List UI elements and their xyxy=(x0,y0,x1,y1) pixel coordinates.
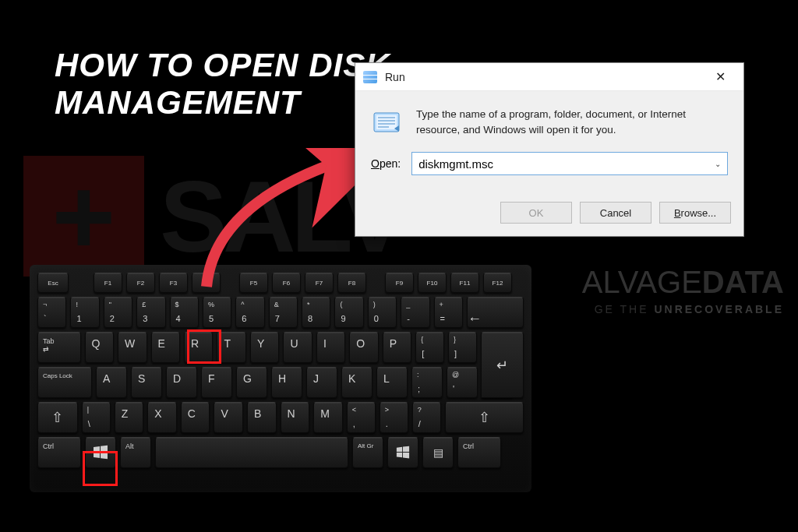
run-description: Type the name of a program, folder, docu… xyxy=(416,107,728,138)
watermark-tag-b: UNRECOVERABLE xyxy=(654,303,784,315)
key-f12[interactable]: F12 xyxy=(483,273,512,293)
key-m[interactable]: M xyxy=(313,402,343,433)
close-button[interactable]: ✕ xyxy=(703,63,737,90)
ok-button[interactable]: OK xyxy=(500,202,572,224)
plus-icon: + xyxy=(23,156,144,277)
key-p[interactable]: P xyxy=(383,332,411,363)
run-titlebar[interactable]: Run ✕ xyxy=(355,63,743,91)
key-ctrl-right[interactable]: Ctrl xyxy=(457,437,501,468)
key-g[interactable]: G xyxy=(236,367,267,398)
key-space[interactable] xyxy=(155,437,348,468)
key-f7[interactable]: F7 xyxy=(305,273,334,293)
key-num-0[interactable]: ¬` xyxy=(37,297,66,328)
number-row: ¬`!1"2£3$4%5^6&7*8(9)0_-+=← xyxy=(37,297,524,328)
key-r[interactable]: R xyxy=(184,332,213,363)
key-num-6[interactable]: ^6 xyxy=(235,297,264,328)
key-h[interactable]: H xyxy=(271,367,302,398)
key-num-5[interactable]: %5 xyxy=(203,297,231,328)
key-altgr[interactable]: Alt Gr xyxy=(352,437,383,468)
key-f8[interactable]: F8 xyxy=(337,273,366,293)
key-f11[interactable]: F11 xyxy=(450,273,479,293)
key-num-10[interactable]: )0 xyxy=(368,297,397,328)
key-windows[interactable] xyxy=(85,437,116,468)
key-z[interactable]: Z xyxy=(115,402,144,433)
key-num-7[interactable]: &7 xyxy=(269,297,298,328)
key-w[interactable]: W xyxy=(118,332,147,363)
key-o[interactable]: O xyxy=(349,332,378,363)
key-num-11[interactable]: _- xyxy=(401,297,429,328)
key-n[interactable]: N xyxy=(281,402,310,433)
key-shift-left[interactable]: ⇧ xyxy=(37,402,78,433)
key-num-8[interactable]: *8 xyxy=(302,297,330,328)
run-dialog: Run ✕ Type the name of a program, folder… xyxy=(355,62,744,237)
key-num-9[interactable]: (9 xyxy=(334,297,363,328)
browse-button[interactable]: Browse... xyxy=(659,202,731,224)
key-f2[interactable]: F2 xyxy=(126,273,155,293)
function-key-row: Esc F1 F2 F3 F4 F5 F6 F7 F8 F9 F10 F11 F… xyxy=(37,273,524,293)
key-backslash[interactable]: |\ xyxy=(82,402,111,433)
watermark-brand: ALVAGEDATA GE THE UNRECOVERABLE xyxy=(582,265,784,315)
key-i[interactable]: I xyxy=(316,332,345,363)
key-v[interactable]: V xyxy=(214,402,243,433)
qwerty-row: Tab⇄ QWERTYUIOP{[}]↵ xyxy=(37,332,524,363)
key-u[interactable]: U xyxy=(283,332,312,363)
keyboard: Esc F1 F2 F3 F4 F5 F6 F7 F8 F9 F10 F11 F… xyxy=(30,265,531,492)
key-t[interactable]: T xyxy=(217,332,245,363)
key-s[interactable]: S xyxy=(131,367,162,398)
chevron-down-icon[interactable]: ⌄ xyxy=(715,160,721,168)
run-body: Type the name of a program, folder, docu… xyxy=(355,91,743,149)
key-windows-right[interactable] xyxy=(387,437,418,468)
key-alt-left[interactable]: Alt xyxy=(120,437,151,468)
key-k[interactable]: K xyxy=(341,367,373,398)
key-esc[interactable]: Esc xyxy=(37,273,69,293)
key-a[interactable]: A xyxy=(96,367,127,398)
key-menu[interactable]: ▤ xyxy=(422,437,454,468)
key-shift-right[interactable]: ⇧ xyxy=(445,402,524,433)
key-y[interactable]: Y xyxy=(250,332,279,363)
title-line-2: MANAGEMENT xyxy=(55,84,390,122)
key-tab[interactable]: Tab⇄ xyxy=(37,332,81,363)
key-f4[interactable]: F4 xyxy=(192,273,221,293)
key-num-12[interactable]: += xyxy=(434,297,463,328)
key-f5[interactable]: F5 xyxy=(239,273,268,293)
watermark-brand-b: DATA xyxy=(702,265,784,299)
key-j[interactable]: J xyxy=(306,367,337,398)
key-b[interactable]: B xyxy=(247,402,277,433)
open-input[interactable]: diskmgmt.msc ⌄ xyxy=(411,152,728,175)
key-f1[interactable]: F1 xyxy=(94,273,122,293)
key-f3[interactable]: F3 xyxy=(159,273,188,293)
bottom-row: ⇧ |\ ZXCVBNM<,>.?/⇧ xyxy=(37,402,524,433)
key-capslock[interactable]: Caps Lock xyxy=(37,367,92,398)
watermark-brand-a: ALVAGE xyxy=(582,265,702,299)
key-enter[interactable]: ↵ xyxy=(481,332,524,398)
key-f6[interactable]: F6 xyxy=(272,273,301,293)
key-num-3[interactable]: £3 xyxy=(136,297,165,328)
key-num-2[interactable]: "2 xyxy=(104,297,132,328)
key-c[interactable]: C xyxy=(181,402,210,433)
windows-icon xyxy=(93,445,108,460)
key-d[interactable]: D xyxy=(166,367,197,398)
key-l[interactable]: L xyxy=(376,367,408,398)
key-num-1[interactable]: !1 xyxy=(70,297,99,328)
cancel-button[interactable]: Cancel xyxy=(580,202,651,224)
key-f10[interactable]: F10 xyxy=(418,273,447,293)
open-input-value: diskmgmt.msc xyxy=(418,157,493,171)
windows-icon xyxy=(396,446,410,460)
key-num-4[interactable]: $4 xyxy=(170,297,199,328)
key-bracket-1[interactable]: }] xyxy=(448,332,477,363)
key-punct-z1[interactable]: >. xyxy=(380,402,408,433)
key-f[interactable]: F xyxy=(201,367,232,398)
run-app-icon xyxy=(363,71,377,83)
key-q[interactable]: Q xyxy=(85,332,114,363)
key-punct-a0[interactable]: :; xyxy=(411,367,443,398)
key-punct-a1[interactable]: @' xyxy=(447,367,478,398)
key-punct-z2[interactable]: ?/ xyxy=(412,402,441,433)
key-bracket-0[interactable]: {[ xyxy=(415,332,444,363)
key-e[interactable]: E xyxy=(151,332,180,363)
key-backspace[interactable]: ← xyxy=(467,297,524,328)
space-row: Ctrl Alt Alt Gr ▤ Ctrl xyxy=(37,437,524,468)
key-punct-z0[interactable]: <, xyxy=(347,402,376,433)
key-f9[interactable]: F9 xyxy=(385,273,414,293)
key-x[interactable]: X xyxy=(147,402,177,433)
key-ctrl-left[interactable]: Ctrl xyxy=(37,437,81,468)
